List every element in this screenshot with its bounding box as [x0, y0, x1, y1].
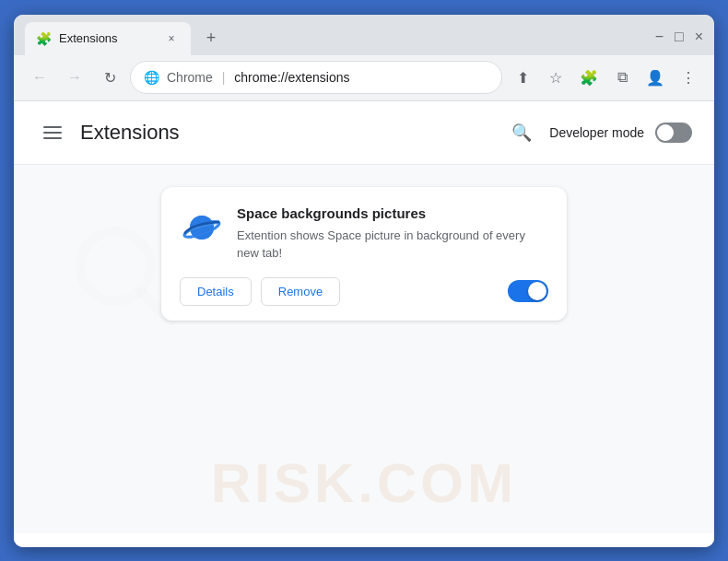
bookmark-icon[interactable]: ☆	[541, 63, 570, 92]
tab-title: Extensions	[59, 31, 156, 45]
hamburger-line-2	[43, 132, 62, 134]
extensions-body: RISK.COM	[14, 165, 714, 533]
tab-close-button[interactable]: ×	[163, 30, 180, 47]
details-button[interactable]: Details	[180, 277, 252, 306]
maximize-button[interactable]: □	[675, 29, 684, 44]
page-content: Extensions 🔍 Developer mode RISK.COM	[14, 101, 714, 547]
title-bar: 🧩 Extensions × + − □ ×	[14, 15, 714, 55]
header-actions: 🔍 Developer mode	[505, 116, 692, 149]
extensions-icon[interactable]: 🧩	[574, 63, 604, 92]
toggle-knob	[657, 124, 674, 141]
new-tab-button[interactable]: +	[198, 26, 224, 52]
toolbar-actions: ⬆ ☆ 🧩 ⧉ 👤 ⋮	[508, 63, 703, 92]
share-icon[interactable]: ⬆	[508, 63, 537, 92]
extension-card: Space backgrounds pictures Extention sho…	[161, 187, 567, 321]
hamburger-line-3	[43, 137, 62, 139]
browser-window: 🧩 Extensions × + − □ × ← → ↻ 🌐 Chrome | …	[14, 15, 714, 547]
close-button[interactable]: ×	[695, 29, 703, 44]
search-button[interactable]: 🔍	[505, 116, 538, 149]
svg-point-0	[80, 231, 150, 301]
minimize-button[interactable]: −	[655, 29, 663, 44]
hamburger-menu-button[interactable]	[36, 116, 69, 149]
address-bar[interactable]: 🌐 Chrome | chrome://extensions	[130, 61, 502, 94]
back-button[interactable]: ←	[25, 63, 54, 92]
tab-extension-icon: 🧩	[36, 31, 52, 46]
address-chrome-label: Chrome | chrome://extensions	[167, 70, 488, 85]
reload-button[interactable]: ↻	[95, 63, 124, 92]
card-top: Space backgrounds pictures Extention sho…	[180, 205, 548, 263]
split-view-icon[interactable]: ⧉	[607, 63, 637, 92]
extension-description: Extention shows Space picture in backgro…	[237, 227, 548, 263]
window-controls: − □ ×	[655, 29, 703, 48]
watermark-text: RISK.COM	[211, 451, 517, 515]
extension-name: Space backgrounds pictures	[237, 205, 548, 221]
profile-icon[interactable]: 👤	[640, 63, 670, 92]
extension-icon	[180, 205, 224, 250]
page-title: Extensions	[80, 121, 505, 145]
browser-toolbar: ← → ↻ 🌐 Chrome | chrome://extensions ⬆ ☆…	[14, 55, 714, 101]
extension-toggle-knob	[528, 282, 546, 300]
extensions-header: Extensions 🔍 Developer mode	[14, 101, 714, 165]
browser-tab[interactable]: 🧩 Extensions ×	[25, 22, 191, 55]
extension-info: Space backgrounds pictures Extention sho…	[237, 205, 548, 263]
hamburger-line-1	[43, 126, 62, 128]
developer-mode-label: Developer mode	[549, 125, 644, 140]
menu-icon[interactable]: ⋮	[674, 63, 703, 92]
site-security-icon: 🌐	[144, 70, 159, 85]
developer-mode-toggle[interactable]	[655, 123, 692, 143]
remove-button[interactable]: Remove	[261, 277, 340, 306]
extension-toggle[interactable]	[508, 280, 548, 302]
card-bottom: Details Remove	[180, 277, 548, 306]
forward-button[interactable]: →	[60, 63, 89, 92]
